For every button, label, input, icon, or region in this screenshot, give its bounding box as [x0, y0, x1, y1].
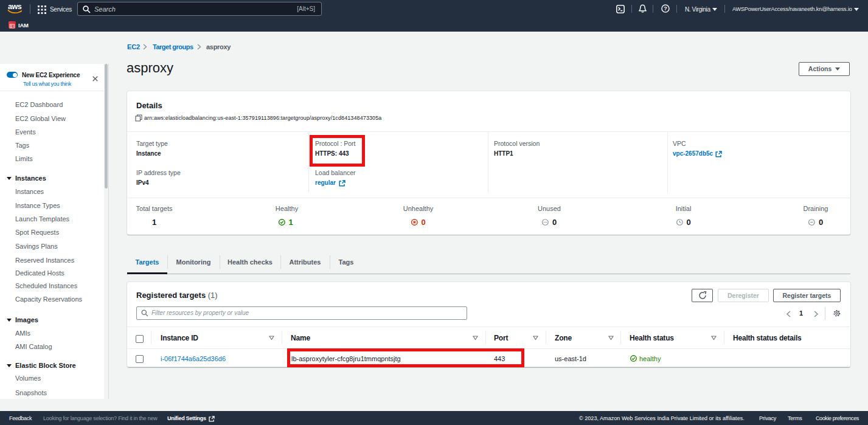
svg-text:?: ? — [664, 5, 667, 12]
